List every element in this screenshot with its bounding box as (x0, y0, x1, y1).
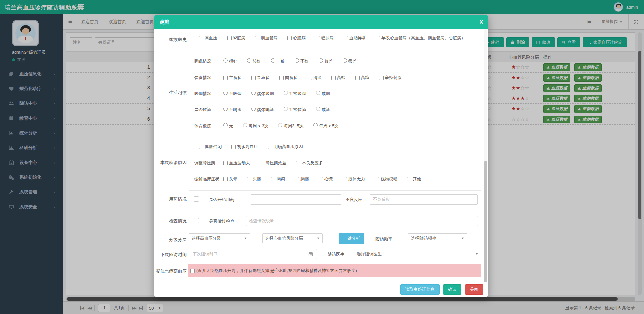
checkbox-option-初诊高血压[interactable]: 初诊高血压 (231, 144, 258, 150)
checkbox-option-早发心血管病（高血压、脑血管病、心脏病）[interactable]: 早发心血管病（高血压、脑血管病、心脏病） (376, 35, 466, 41)
cardio-risk-select[interactable]: 选择心血管风险分层▼ (262, 233, 323, 243)
checkbox-icon[interactable] (231, 145, 236, 149)
radio-option-不喝酒[interactable]: 不喝酒 (223, 107, 242, 113)
checkbox-icon[interactable] (343, 177, 347, 181)
radio-icon[interactable] (243, 123, 247, 127)
checkbox-icon[interactable] (316, 36, 320, 40)
medication-input[interactable] (251, 194, 341, 205)
checkbox-option-主食多[interactable]: 主食多 (223, 75, 242, 81)
radio-icon[interactable] (343, 58, 347, 63)
checkbox-icon[interactable] (295, 177, 299, 181)
checkbox-icon[interactable] (287, 36, 292, 40)
radio-icon[interactable] (313, 123, 318, 127)
radio-icon[interactable] (316, 107, 320, 111)
emergency-checkbox[interactable] (190, 269, 195, 273)
checkbox-icon[interactable] (379, 76, 384, 80)
checkbox-icon[interactable] (227, 36, 232, 40)
checkbox-icon[interactable] (199, 36, 203, 40)
checkbox-option-头晕[interactable]: 头晕 (223, 176, 237, 182)
radio-option-一般[interactable]: 一般 (271, 59, 285, 64)
radio-option-无[interactable]: 无 (223, 123, 233, 129)
radio-icon[interactable] (271, 58, 275, 63)
checkbox-icon[interactable] (223, 177, 228, 181)
checkbox-icon[interactable] (271, 177, 275, 181)
next-visit-date-input[interactable] (190, 249, 317, 259)
radio-option-戒烟[interactable]: 戒烟 (316, 91, 330, 97)
adverse-reaction-input[interactable] (370, 194, 478, 205)
checkbox-option-头痛[interactable]: 头痛 (247, 176, 261, 182)
checkbox-option-其他[interactable]: 其他 (407, 176, 421, 182)
calendar-icon[interactable] (308, 252, 313, 256)
checkbox-option-脑血管病[interactable]: 脑血管病 (255, 35, 278, 41)
radio-icon[interactable] (251, 107, 256, 111)
checkbox-option-高糖[interactable]: 高糖 (355, 75, 369, 81)
checkbox-option-肉食多[interactable]: 肉食多 (279, 75, 298, 81)
radio-option-每周3~5次[interactable]: 每周3~5次 (278, 123, 304, 129)
radio-icon[interactable] (223, 58, 228, 63)
checkbox-icon[interactable] (331, 76, 336, 80)
checkbox-option-辛辣刺激[interactable]: 辛辣刺激 (379, 75, 402, 81)
checkbox-option-不良反应多[interactable]: 不良反应多 (296, 160, 323, 166)
checkbox-icon[interactable] (247, 177, 251, 181)
radio-option-每周 > 5次[interactable]: 每周 > 5次 (313, 123, 339, 129)
radio-icon[interactable] (319, 58, 323, 63)
radio-icon[interactable] (223, 123, 228, 127)
checkbox-option-果蔬多[interactable]: 果蔬多 (251, 75, 270, 81)
checkbox-icon[interactable] (251, 76, 256, 80)
radio-icon[interactable] (316, 91, 320, 95)
radio-icon[interactable] (223, 91, 228, 95)
checkbox-option-明确高血压原因[interactable]: 明确高血压原因 (268, 144, 303, 150)
close-button[interactable]: 关闭 (465, 284, 483, 295)
radio-icon[interactable] (284, 107, 288, 111)
radio-icon[interactable] (223, 107, 228, 111)
close-icon[interactable]: × (479, 18, 483, 26)
radio-option-很好[interactable]: 很好 (223, 59, 237, 64)
one-click-analyze-button[interactable]: 一键分析 (339, 233, 364, 244)
checkbox-icon[interactable] (296, 161, 300, 165)
radio-option-较差[interactable]: 较差 (319, 59, 333, 64)
checkbox-icon[interactable] (344, 36, 348, 40)
checkbox-icon[interactable] (376, 36, 380, 40)
checkbox-option-胸闷[interactable]: 胸闷 (271, 176, 285, 182)
hypertension-grade-select[interactable]: 选择高血压分级▼ (189, 233, 250, 243)
modal-scrollbar-thumb[interactable] (484, 161, 487, 284)
radio-option-偶尔喝酒[interactable]: 偶尔喝酒 (251, 107, 274, 113)
checkbox-option-胸痛[interactable]: 胸痛 (295, 176, 309, 182)
radio-option-偶尔吸烟[interactable]: 偶尔吸烟 (251, 91, 274, 97)
checkbox-icon[interactable] (199, 145, 203, 149)
radio-option-经常吸烟[interactable]: 经常吸烟 (284, 91, 306, 97)
radio-option-经常饮酒[interactable]: 经常饮酒 (284, 107, 306, 113)
radio-option-每周 < 3次[interactable]: 每周 < 3次 (243, 123, 269, 129)
checkbox-option-血压波动大[interactable]: 血压波动大 (223, 160, 250, 166)
radio-icon[interactable] (251, 91, 256, 95)
checkbox-icon[interactable] (223, 161, 228, 165)
followup-frequency-select[interactable]: 选择随访频率▼ (408, 233, 467, 243)
checkbox-option-糖尿病[interactable]: 糖尿病 (316, 35, 334, 41)
checkbox-option-心慌[interactable]: 心慌 (319, 176, 333, 182)
checkbox-option-心脏病[interactable]: 心脏病 (287, 35, 306, 41)
radio-icon[interactable] (247, 58, 251, 63)
examination-checkbox[interactable] (194, 218, 199, 223)
checkbox-option-清淡[interactable]: 清淡 (308, 75, 322, 81)
read-id-card-button[interactable]: 读取身份证信息 (400, 284, 440, 295)
checkbox-icon[interactable] (375, 177, 379, 181)
checkbox-icon[interactable] (407, 177, 411, 181)
checkbox-option-肢体无力[interactable]: 肢体无力 (343, 176, 365, 182)
confirm-button[interactable]: 确认 (443, 284, 461, 295)
radio-option-戒酒[interactable]: 戒酒 (316, 107, 330, 113)
checkbox-icon[interactable] (268, 145, 272, 149)
checkbox-icon[interactable] (260, 161, 264, 165)
followup-doctor-select[interactable]: 选择随访医生▼ (354, 249, 481, 259)
checkbox-option-高盐[interactable]: 高盐 (331, 75, 346, 81)
checkbox-icon[interactable] (279, 76, 284, 80)
checkbox-icon[interactable] (319, 177, 323, 181)
radio-option-较好[interactable]: 较好 (247, 59, 261, 64)
checkbox-option-血脂异常[interactable]: 血脂异常 (344, 35, 366, 41)
checkbox-option-肾脏病[interactable]: 肾脏病 (227, 35, 246, 41)
medication-checkbox[interactable] (194, 196, 199, 202)
checkbox-option-视物模糊[interactable]: 视物模糊 (375, 176, 397, 182)
radio-icon[interactable] (278, 123, 282, 127)
radio-option-很差[interactable]: 很差 (343, 59, 357, 64)
radio-icon[interactable] (295, 58, 299, 63)
radio-option-不好[interactable]: 不好 (295, 59, 309, 64)
